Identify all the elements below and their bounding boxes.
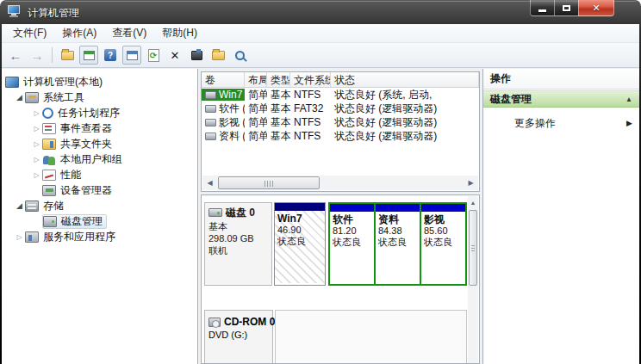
- disk0-label[interactable]: 磁盘 0 基本 298.09 GB 联机: [204, 202, 272, 286]
- cd-rom-icon: [208, 318, 221, 327]
- column-header-filesystem[interactable]: 文件系统: [290, 72, 331, 87]
- tree-item-label: 存储: [43, 199, 64, 213]
- menu-file[interactable]: 文件(F): [5, 24, 54, 42]
- primary-partition-bar: [275, 203, 325, 211]
- tree-item-performance[interactable]: ▷ 性能: [2, 167, 197, 182]
- logical-partition-bar: [421, 204, 465, 212]
- tree-item-label: 任务计划程序: [58, 106, 120, 120]
- logical-partition-bar: [376, 204, 420, 212]
- actions-group-title: 磁盘管理: [490, 92, 532, 107]
- disk0-size: 298.09 GB: [208, 232, 269, 244]
- toolbar-separator: [52, 47, 53, 63]
- properties-icon[interactable]: [187, 46, 206, 65]
- partition-data[interactable]: 资料 84.38 状态良: [376, 204, 420, 284]
- back-icon[interactable]: ←: [6, 46, 25, 65]
- expanded-expander-icon[interactable]: ◢: [14, 93, 25, 102]
- volume-row-movies[interactable]: 影视 (F:) 简单 基本 NTFS 状态良好 (逻辑驱动器): [202, 115, 479, 129]
- collapsed-expander-icon[interactable]: ▷: [31, 171, 42, 179]
- computer-icon: [5, 77, 19, 88]
- up-folder-icon[interactable]: [58, 46, 77, 65]
- more-actions-label: 更多操作: [514, 116, 556, 131]
- expanded-expander-icon[interactable]: ◢: [14, 201, 25, 210]
- open-folder-icon[interactable]: [208, 46, 227, 65]
- collapsed-expander-icon[interactable]: ▷: [31, 109, 42, 117]
- menu-view[interactable]: 查看(V): [104, 24, 154, 42]
- collapsed-expander-icon[interactable]: ▷: [31, 140, 42, 148]
- clock-icon: [42, 108, 53, 119]
- column-header-status[interactable]: 状态: [331, 72, 479, 87]
- menu-action[interactable]: 操作(A): [54, 24, 104, 42]
- horizontal-scrollbar[interactable]: ◀ ▶: [202, 176, 478, 190]
- tree-item-label: 事件查看器: [60, 121, 112, 136]
- menu-bar: 文件(F) 操作(A) 查看(V) 帮助(H): [2, 24, 639, 43]
- action-pane-toggle-icon[interactable]: [122, 46, 141, 65]
- volume-icon: [205, 91, 216, 99]
- column-header-type[interactable]: 类型: [267, 72, 290, 87]
- storage-icon: [25, 201, 39, 212]
- column-header-layout[interactable]: 布局: [245, 72, 267, 87]
- cdrom-label[interactable]: CD-ROM 0 DVD (G:): [204, 310, 273, 364]
- computer-management-window: 计算机管理 ✕ 文件(F) 操作(A) 查看(V) 帮助(H) ← → ? ⟳ …: [0, 0, 641, 364]
- partition-movies[interactable]: 影视 85.60 状态良: [421, 204, 465, 284]
- actions-pane: 操作 磁盘管理 ▲ 更多操作 ▶: [482, 69, 639, 364]
- partitions: Win7 46.90 状态良 软件 81.20: [274, 202, 467, 286]
- help-icon[interactable]: ?: [101, 46, 120, 65]
- volume-list-header: 卷 布局 类型 文件系统 状态: [202, 72, 479, 88]
- window-controls: ✕: [530, 0, 614, 16]
- tree-item-computer-management[interactable]: 计算机管理(本地): [2, 74, 197, 89]
- event-log-icon: [42, 123, 56, 134]
- collapsed-expander-icon[interactable]: ▷: [31, 125, 42, 133]
- tree-item-label: 系统工具: [43, 90, 84, 105]
- tree-item-device-manager[interactable]: 设备管理器: [2, 182, 197, 198]
- users-icon: [42, 154, 56, 165]
- cdrom-media-area[interactable]: [275, 310, 467, 364]
- scroll-left-icon[interactable]: ◀: [202, 176, 217, 190]
- device-manager-icon: [42, 185, 56, 196]
- shared-folder-icon: [42, 139, 56, 150]
- partition-software[interactable]: 软件 81.20 状态良: [330, 204, 374, 284]
- collapsed-expander-icon[interactable]: ▷: [31, 156, 42, 163]
- scrollbar-thumb[interactable]: [218, 176, 320, 189]
- search-icon[interactable]: [230, 46, 249, 65]
- column-header-volume[interactable]: 卷: [202, 72, 245, 87]
- vertical-scrollbar[interactable]: ▲: [468, 196, 478, 363]
- refresh-icon[interactable]: ⟳: [144, 46, 163, 65]
- volume-row-win7[interactable]: Win7 (C:) 简单 基本 NTFS 状态良好 (系统, 启动,: [202, 88, 479, 102]
- collapsed-expander-icon[interactable]: ▷: [14, 233, 25, 241]
- disk0-status: 联机: [208, 244, 269, 256]
- menu-help[interactable]: 帮助(H): [154, 24, 205, 42]
- scroll-right-icon[interactable]: ▶: [464, 176, 478, 190]
- cdrom-row: CD-ROM 0 DVD (G:): [204, 310, 467, 364]
- title-bar[interactable]: 计算机管理 ✕: [0, 0, 641, 24]
- more-actions-item[interactable]: 更多操作 ▶: [483, 114, 639, 132]
- tree-item-task-scheduler[interactable]: ▷ 任务计划程序: [2, 105, 197, 120]
- cdrom-name: CD-ROM 0: [224, 316, 275, 328]
- tree-item-storage[interactable]: ◢ 存储: [2, 198, 197, 213]
- cdrom-drive: DVD (G:): [208, 330, 270, 340]
- console-tree: 计算机管理(本地) ◢ 系统工具 ▷ 任务计划程序 ▷ 事件查看器: [2, 69, 198, 364]
- actions-group-disk-management[interactable]: 磁盘管理 ▲: [483, 90, 639, 108]
- tree-item-label: 计算机管理(本地): [23, 75, 103, 89]
- maximize-button[interactable]: [555, 0, 578, 16]
- close-button[interactable]: ✕: [578, 0, 614, 16]
- minimize-button[interactable]: [530, 0, 555, 16]
- scrollbar-thumb[interactable]: [469, 210, 477, 286]
- collapse-icon[interactable]: ▲: [625, 96, 632, 103]
- volume-row-data[interactable]: 资料 (E:) 简单 基本 NTFS 状态良好 (逻辑驱动器): [202, 129, 479, 143]
- hard-disk-icon: [208, 208, 222, 217]
- volume-row-software[interactable]: 软件 (D:) 简单 基本 FAT32 状态良好 (逻辑驱动器): [202, 102, 479, 115]
- forward-icon[interactable]: →: [28, 46, 47, 65]
- scroll-up-icon[interactable]: ▲: [468, 196, 478, 208]
- tree-item-event-viewer[interactable]: ▷ 事件查看器: [2, 120, 197, 136]
- tree-item-shared-folders[interactable]: ▷ 共享文件夹: [2, 136, 197, 151]
- tree-item-label: 磁盘管理: [61, 214, 103, 229]
- console-tree-toggle-icon[interactable]: [79, 46, 98, 65]
- partition-win7[interactable]: Win7 46.90 状态良: [274, 202, 326, 286]
- tree-item-disk-management[interactable]: 磁盘管理: [2, 213, 197, 229]
- volume-list: 卷 布局 类型 文件系统 状态 Win7 (C:) 简单 基本 NTFS 状态良…: [201, 71, 480, 192]
- tree-item-local-users-groups[interactable]: ▷ 本地用户和组: [2, 151, 197, 167]
- performance-chart-icon: [42, 170, 56, 181]
- tree-item-services-applications[interactable]: ▷ 服务和应用程序: [2, 229, 197, 244]
- delete-icon[interactable]: ✕: [165, 46, 184, 65]
- tree-item-system-tools[interactable]: ◢ 系统工具: [2, 89, 197, 105]
